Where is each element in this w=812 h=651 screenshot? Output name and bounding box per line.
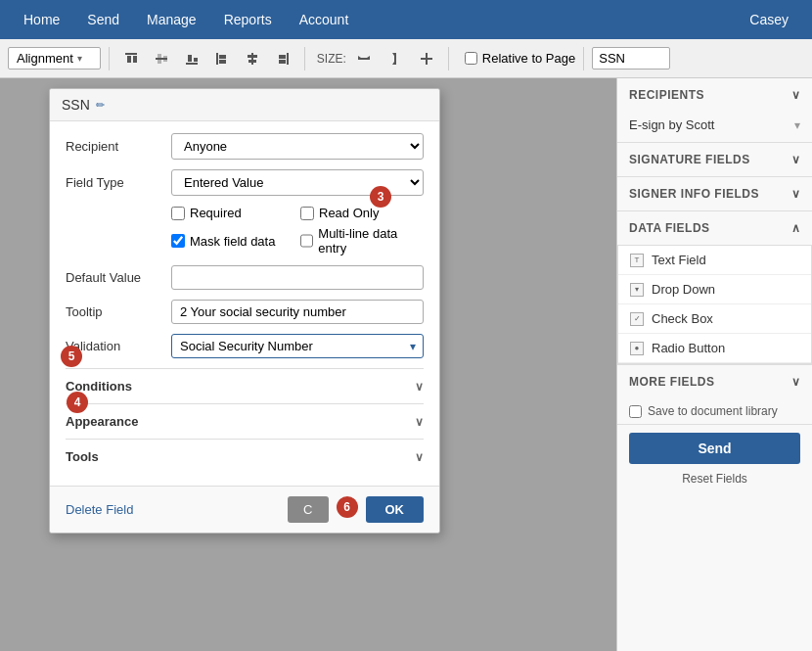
multiline-label[interactable]: Multi-line data entry	[318, 226, 424, 256]
required-checkbox-item: Required	[171, 206, 294, 220]
validation-select[interactable]: Social Security Number None Email Phone …	[171, 334, 424, 358]
field-name-input[interactable]	[592, 47, 670, 70]
nav-account[interactable]: Account	[286, 0, 363, 39]
toolbar-separator-3	[448, 47, 449, 70]
cancel-button[interactable]: C	[288, 496, 328, 523]
signer-info-header[interactable]: Signer Info Fields ∨	[617, 177, 812, 210]
top-navigation: Home Send Manage Reports Account Casey	[0, 0, 812, 39]
appearance-accordion-header[interactable]: Appearance ∨	[66, 414, 424, 429]
svg-rect-17	[279, 60, 286, 64]
appearance-accordion: Appearance ∨	[66, 403, 424, 439]
signature-fields-header[interactable]: Signature Fields ∨	[617, 143, 812, 176]
more-fields-section: More Fields ∨ Save to document library	[617, 365, 812, 425]
default-value-row: Default Value	[66, 265, 424, 290]
svg-rect-1	[127, 56, 131, 63]
toolbar-separator-2	[304, 47, 305, 70]
recipient-select[interactable]: Anyone	[171, 133, 424, 160]
dropdown-field-item[interactable]: ▾ Drop Down	[618, 275, 811, 304]
nav-home[interactable]: Home	[10, 0, 73, 39]
delete-field-link[interactable]: Delete Field	[66, 502, 133, 517]
alignment-dropdown[interactable]: Alignment ▾	[8, 47, 101, 70]
svg-rect-11	[219, 60, 226, 64]
nav-manage[interactable]: Manage	[133, 0, 210, 39]
nav-send[interactable]: Send	[73, 0, 133, 39]
tools-accordion-header[interactable]: Tools ∨	[66, 449, 424, 464]
svg-rect-13	[248, 55, 257, 58]
align-right-btn[interactable]	[269, 47, 296, 70]
more-fields-chevron-icon: ∨	[791, 375, 801, 389]
required-checkbox[interactable]	[171, 207, 185, 220]
options-grid: Required Read Only Mask field data	[66, 206, 424, 256]
recipient-label: Recipient	[66, 139, 163, 154]
read-only-checkbox-item: Read Only	[300, 206, 424, 220]
size-height-btn[interactable]	[382, 47, 409, 70]
required-label[interactable]: Required	[190, 206, 242, 220]
relative-to-page-label[interactable]: Relative to Page	[465, 51, 575, 66]
recipients-chevron-icon: ∨	[791, 88, 801, 102]
size-both-btn[interactable]	[413, 47, 440, 70]
save-to-library-label: Save to document library	[648, 404, 778, 418]
default-value-label: Default Value	[66, 270, 163, 285]
size-width-btn[interactable]	[350, 47, 378, 70]
checkbox-field-item[interactable]: ✓ Check Box	[618, 304, 811, 334]
recipient-item: E-sign by Scott ▾	[617, 112, 812, 142]
recipients-section: RECIPIENTS ∨ E-sign by Scott ▾	[617, 78, 812, 143]
alignment-buttons	[117, 47, 296, 70]
more-fields-header[interactable]: More Fields ∨	[617, 365, 812, 398]
multiline-checkbox[interactable]	[300, 234, 313, 248]
align-top-btn[interactable]	[117, 47, 145, 70]
read-only-label[interactable]: Read Only	[319, 206, 379, 220]
radio-button-field-item[interactable]: ● Radio Button	[618, 334, 811, 363]
dropdown-field-label: Drop Down	[652, 282, 715, 297]
step-badge-4: 4	[67, 392, 88, 413]
nav-reports[interactable]: Reports	[210, 0, 286, 39]
checkbox-field-icon: ✓	[630, 312, 644, 326]
align-middle-btn[interactable]	[148, 47, 175, 70]
recipient-dropdown-icon[interactable]: ▾	[794, 118, 800, 132]
edit-field-name-icon[interactable]: ✏	[96, 99, 105, 112]
read-only-checkbox[interactable]	[300, 207, 314, 220]
tools-accordion: Tools ∨	[66, 439, 424, 474]
text-field-item[interactable]: T Text Field	[618, 246, 811, 275]
signer-info-chevron-icon: ∨	[791, 187, 801, 201]
signature-fields-chevron-icon: ∨	[791, 153, 801, 166]
toolbar-separator-1	[109, 47, 110, 70]
svg-rect-10	[219, 55, 226, 59]
mask-field-checkbox[interactable]	[171, 234, 185, 248]
recipient-row: Recipient Anyone	[66, 133, 424, 160]
svg-rect-9	[216, 53, 218, 65]
conditions-accordion: Conditions ∨	[66, 368, 424, 403]
step-badge-5: 5	[61, 346, 82, 367]
relative-to-page-checkbox[interactable]	[465, 52, 477, 65]
align-center-btn[interactable]	[239, 47, 266, 70]
svg-rect-14	[248, 60, 256, 63]
svg-rect-8	[194, 58, 198, 62]
svg-rect-15	[287, 53, 289, 65]
reset-fields-link[interactable]: Reset Fields	[617, 468, 812, 495]
right-sidebar: RECIPIENTS ∨ E-sign by Scott ▾ Signature…	[616, 78, 812, 651]
footer-buttons: C 6 OK	[288, 496, 424, 523]
send-button[interactable]: Send	[629, 433, 800, 464]
field-type-label: Field Type	[66, 175, 163, 190]
recipients-section-header[interactable]: RECIPIENTS ∨	[617, 78, 812, 112]
data-fields-list: T Text Field ▾ Drop Down ✓ Check Box ● R…	[617, 245, 812, 364]
align-bottom-btn[interactable]	[178, 47, 205, 70]
validation-row: Validation Social Security Number None E…	[66, 334, 424, 358]
tooltip-input[interactable]	[171, 300, 424, 324]
ok-button[interactable]: OK	[366, 496, 425, 523]
recipient-name: E-sign by Scott	[629, 117, 714, 132]
multiline-checkbox-item: Multi-line data entry	[300, 226, 424, 256]
mask-field-label[interactable]: Mask field data	[190, 234, 275, 249]
tools-chevron-icon: ∨	[415, 450, 424, 464]
step-badge-3: 3	[370, 186, 391, 208]
save-to-library-checkbox[interactable]	[629, 405, 642, 418]
default-value-input[interactable]	[171, 265, 424, 290]
data-fields-chevron-up-icon: ∧	[791, 221, 801, 235]
svg-rect-7	[188, 55, 192, 62]
tooltip-row: Tooltip	[66, 300, 424, 324]
data-fields-header[interactable]: Data Fields ∧	[617, 211, 812, 245]
conditions-accordion-header[interactable]: Conditions ∨	[66, 379, 424, 394]
field-name-text: SSN	[62, 97, 90, 113]
data-fields-section: Data Fields ∧ T Text Field ▾ Drop Down ✓…	[617, 211, 812, 365]
align-left-btn[interactable]	[208, 47, 236, 70]
